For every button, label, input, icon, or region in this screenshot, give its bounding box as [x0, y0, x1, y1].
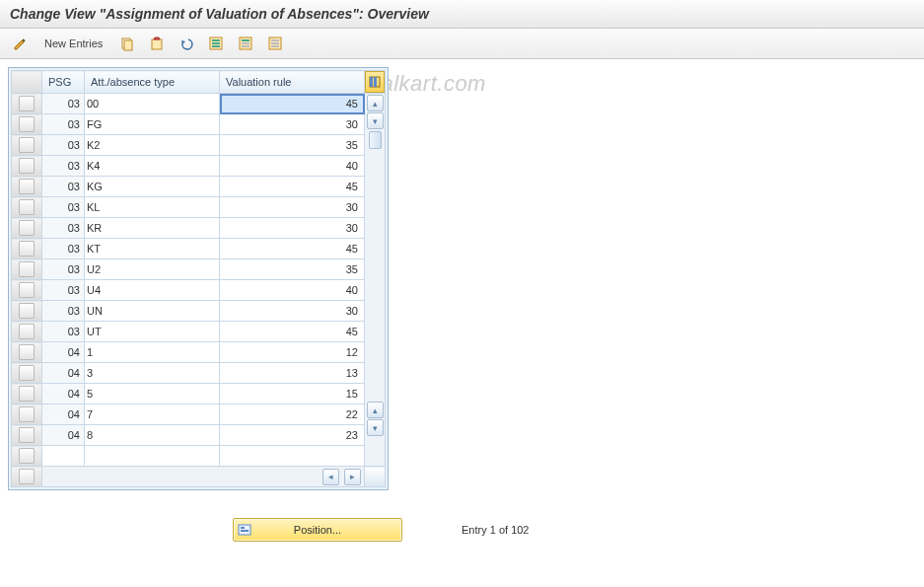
scroll-up-icon[interactable]: ▴ [367, 95, 384, 111]
toggle-display-change-icon[interactable] [8, 33, 32, 54]
cell-psg[interactable]: 03 [42, 94, 85, 114]
cell-absence-type[interactable]: UT [85, 322, 220, 342]
data-grid: PSG Att./absence type Valuation rule 030… [11, 70, 386, 487]
col-header-psg[interactable]: PSG [42, 71, 85, 94]
cell-valuation-rule[interactable]: 40 [220, 280, 365, 301]
row-selector[interactable] [12, 135, 42, 156]
table-row: 03K235 [12, 135, 386, 156]
cell-valuation-rule[interactable]: 30 [220, 114, 365, 135]
cell-absence-type[interactable]: 5 [85, 384, 220, 404]
row-selector-header [12, 71, 42, 94]
cell-absence-type[interactable]: 7 [85, 404, 220, 425]
row-selector[interactable] [12, 259, 42, 280]
copy-as-icon[interactable] [115, 33, 139, 54]
cell-psg[interactable]: 04 [42, 425, 85, 446]
cell-valuation-rule[interactable] [220, 446, 365, 467]
scrollbar-thumb[interactable] [369, 131, 382, 149]
cell-valuation-rule[interactable]: 15 [220, 384, 365, 404]
cell-absence-type[interactable]: K2 [85, 135, 220, 156]
cell-psg[interactable] [42, 446, 85, 467]
cell-absence-type[interactable]: 1 [85, 342, 220, 363]
cell-psg[interactable]: 03 [42, 197, 85, 218]
cell-absence-type[interactable]: KG [85, 177, 220, 197]
cell-valuation-rule[interactable]: 40 [220, 156, 365, 177]
row-selector[interactable] [12, 425, 42, 446]
cell-absence-type[interactable]: KT [85, 239, 220, 259]
row-selector[interactable] [12, 446, 42, 467]
cell-psg[interactable]: 04 [42, 342, 85, 363]
cell-psg[interactable]: 03 [42, 177, 85, 197]
cell-absence-type[interactable]: KR [85, 218, 220, 239]
row-selector[interactable] [12, 156, 42, 177]
cell-absence-type[interactable]: K4 [85, 156, 220, 177]
cell-psg[interactable]: 03 [42, 322, 85, 342]
cell-absence-type[interactable]: 3 [85, 363, 220, 384]
row-selector[interactable] [12, 363, 42, 384]
row-selector[interactable] [12, 322, 42, 342]
cell-valuation-rule[interactable]: 45 [220, 322, 365, 342]
cell-valuation-rule[interactable]: 30 [220, 301, 365, 322]
cell-valuation-rule[interactable]: 13 [220, 363, 365, 384]
vertical-scrollbar[interactable]: ▴▾▴▾ [365, 94, 386, 467]
undo-change-icon[interactable] [175, 33, 198, 54]
cell-valuation-rule[interactable]: 45 [220, 177, 365, 197]
cell-valuation-rule[interactable]: 45 [220, 239, 365, 259]
cell-absence-type[interactable]: KL [85, 197, 220, 218]
select-all-icon[interactable] [204, 33, 228, 54]
cell-valuation-rule[interactable]: 22 [220, 404, 365, 425]
cell-psg[interactable]: 03 [42, 280, 85, 301]
new-entries-button[interactable]: New Entries [37, 35, 109, 52]
cell-valuation-rule[interactable]: 45 [220, 94, 365, 114]
row-selector[interactable] [12, 239, 42, 259]
scroll-right-icon[interactable]: ▸ [344, 469, 361, 485]
cell-psg[interactable]: 04 [42, 363, 85, 384]
cell-absence-type[interactable]: 8 [85, 425, 220, 446]
cell-absence-type[interactable]: U4 [85, 280, 220, 301]
row-selector[interactable] [12, 404, 42, 425]
scroll-up-icon[interactable]: ▴ [367, 402, 384, 418]
row-selector[interactable] [12, 177, 42, 197]
deselect-all-icon[interactable] [263, 33, 287, 54]
row-selector[interactable] [12, 197, 42, 218]
cell-psg[interactable]: 03 [42, 239, 85, 259]
row-selector[interactable] [12, 342, 42, 363]
scroll-left-icon[interactable]: ◂ [322, 469, 339, 485]
cell-valuation-rule[interactable]: 23 [220, 425, 365, 446]
cell-absence-type[interactable] [85, 446, 220, 467]
col-header-type[interactable]: Att./absence type [85, 71, 220, 94]
cell-valuation-rule[interactable]: 12 [220, 342, 365, 363]
position-button[interactable]: Position... [233, 518, 402, 542]
cell-absence-type[interactable]: U2 [85, 259, 220, 280]
row-selector[interactable] [12, 280, 42, 301]
cell-psg[interactable]: 03 [42, 135, 85, 156]
scroll-down-icon[interactable]: ▾ [367, 112, 384, 129]
cell-psg[interactable]: 04 [42, 404, 85, 425]
horizontal-scrollbar[interactable]: ◂ ▸ [42, 467, 365, 487]
cell-absence-type[interactable]: UN [85, 301, 220, 322]
cell-absence-type[interactable]: FG [85, 114, 220, 135]
select-block-icon[interactable] [234, 33, 257, 54]
row-selector[interactable] [12, 384, 42, 404]
table-row: 03KG45 [12, 177, 386, 197]
row-selector[interactable] [12, 114, 42, 135]
svg-rect-20 [241, 530, 249, 532]
configure-columns-icon[interactable] [365, 71, 385, 93]
cell-valuation-rule[interactable]: 30 [220, 197, 365, 218]
row-selector[interactable] [12, 301, 42, 322]
cell-psg[interactable]: 03 [42, 259, 85, 280]
row-selector[interactable] [12, 467, 42, 487]
col-header-rule[interactable]: Valuation rule [220, 71, 365, 94]
cell-psg[interactable]: 03 [42, 301, 85, 322]
row-selector[interactable] [12, 218, 42, 239]
cell-valuation-rule[interactable]: 35 [220, 135, 365, 156]
cell-valuation-rule[interactable]: 30 [220, 218, 365, 239]
cell-psg[interactable]: 03 [42, 156, 85, 177]
cell-psg[interactable]: 03 [42, 218, 85, 239]
cell-psg[interactable]: 03 [42, 114, 85, 135]
scroll-down-icon[interactable]: ▾ [367, 419, 384, 436]
cell-absence-type[interactable]: 00 [85, 94, 220, 114]
cell-psg[interactable]: 04 [42, 384, 85, 404]
row-selector[interactable] [12, 94, 42, 114]
cell-valuation-rule[interactable]: 35 [220, 259, 365, 280]
delete-icon[interactable] [145, 33, 169, 54]
